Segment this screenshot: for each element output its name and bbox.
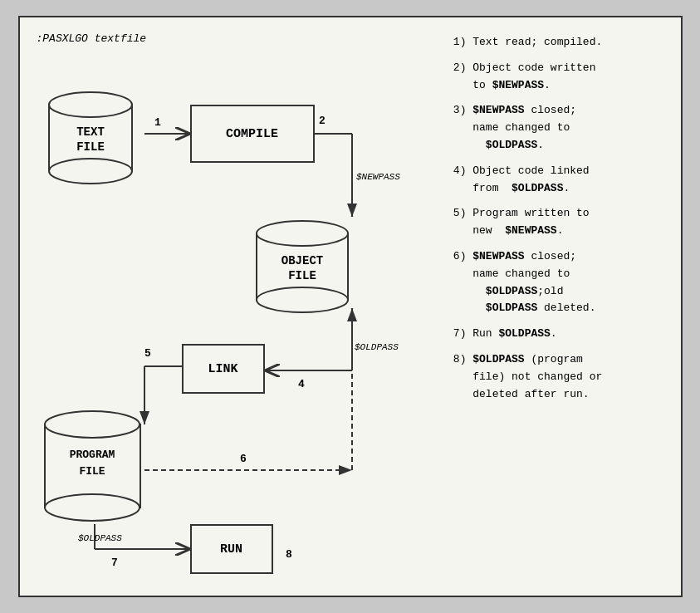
compile-label: COMPILE	[226, 127, 278, 141]
link-label: LINK	[208, 362, 237, 376]
svg-text:$NEWPASS: $NEWPASS	[356, 172, 400, 182]
svg-text:TEXT: TEXT	[76, 125, 105, 139]
svg-text:4: 4	[298, 378, 305, 390]
note-5: 5) Program written to new $NEWPASS.	[453, 205, 660, 240]
svg-text:6: 6	[240, 453, 247, 465]
compile-box: COMPILE	[190, 105, 315, 163]
svg-point-25	[49, 159, 132, 184]
notes-area: 1) Text read; compiled. 2) Object code w…	[441, 26, 673, 587]
program-file-cylinder: PROGRAM FILE	[41, 404, 144, 528]
svg-point-24	[49, 92, 132, 117]
svg-text:8: 8	[286, 548, 292, 561]
svg-text:FILE: FILE	[79, 465, 105, 478]
text-file-cylinder: TEXT FILE	[45, 84, 136, 192]
main-container: :PASXLGO textfile 1	[18, 16, 683, 597]
svg-text:OBJECT: OBJECT	[281, 254, 322, 267]
note-6: 6) $NEWPASS closed; name changed to $OLD…	[453, 248, 660, 317]
svg-text:FILE: FILE	[76, 140, 105, 154]
note-8: 8) $OLDPASS (program file) not changed o…	[453, 351, 660, 403]
svg-text:$OLDPASS: $OLDPASS	[78, 533, 122, 543]
note-7: 7) Run $OLDPASS.	[453, 326, 660, 343]
command-line: :PASXLGO textfile	[37, 32, 147, 45]
diagram-area: :PASXLGO textfile 1	[28, 26, 441, 587]
link-box: LINK	[182, 344, 265, 394]
run-box: RUN	[190, 524, 273, 574]
svg-text:2: 2	[319, 115, 326, 127]
note-3: 3) $NEWPASS closed; name changed to $OLD…	[453, 102, 660, 154]
svg-text:7: 7	[111, 557, 118, 569]
run-label: RUN	[220, 542, 242, 557]
svg-point-29	[257, 221, 348, 246]
svg-point-35	[45, 494, 140, 521]
svg-point-34	[45, 411, 140, 438]
svg-text:5: 5	[144, 347, 151, 360]
svg-text:1: 1	[154, 116, 161, 129]
svg-text:FILE: FILE	[288, 269, 316, 282]
object-file-cylinder: OBJECT FILE	[252, 213, 352, 321]
svg-text:PROGRAM: PROGRAM	[69, 449, 115, 461]
note-1: 1) Text read; compiled.	[453, 34, 660, 51]
note-4: 4) Object code linked from $OLDPASS.	[453, 163, 660, 198]
svg-text:$OLDPASS: $OLDPASS	[355, 342, 399, 352]
note-2: 2) Object code written to $NEWPASS.	[453, 60, 660, 95]
svg-point-30	[257, 287, 348, 312]
